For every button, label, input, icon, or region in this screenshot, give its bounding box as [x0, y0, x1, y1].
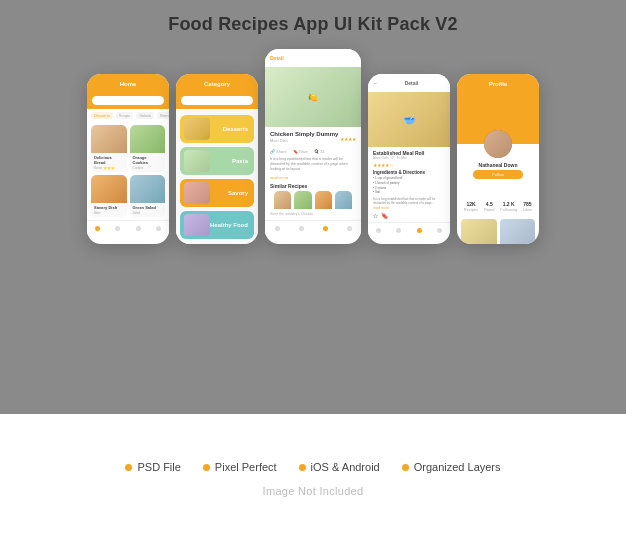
- food-img-4: [130, 175, 166, 203]
- phone-detail-bar: Detail: [265, 49, 361, 67]
- food-img-1: [91, 125, 127, 153]
- fd-hero-wrap: 🥣: [368, 92, 450, 147]
- cat-tab-desserts[interactable]: Desserts: [91, 112, 113, 119]
- fd-directions: It is a long established fact that a rea…: [373, 197, 445, 205]
- food-card-2[interactable]: Orange Cookies Cookies: [130, 125, 166, 172]
- read-more[interactable]: read more: [270, 175, 356, 180]
- feature-dot-pixel: [203, 464, 210, 471]
- cat-list: Desserts Pasta Savory Healthy Food: [176, 109, 258, 244]
- cat-healthy[interactable]: Healthy Food: [180, 211, 254, 239]
- fd-hero-icon: 🥣: [403, 114, 415, 125]
- detail-stars: ★★★★: [340, 136, 356, 142]
- detail-nav-detail[interactable]: [323, 226, 328, 231]
- cat-tab-salads[interactable]: Salads: [136, 112, 154, 119]
- similar-row: [270, 191, 356, 209]
- similar-label: Similar Recipes: [270, 183, 356, 189]
- fd-read-more[interactable]: read more: [373, 206, 445, 210]
- similar-2[interactable]: [294, 191, 311, 209]
- cat-pasta[interactable]: Pasta: [180, 147, 254, 175]
- cat-tab-soups[interactable]: Soups: [116, 112, 133, 119]
- food-label-2: Orange Cookies: [130, 153, 166, 166]
- detail-nav-profile[interactable]: [347, 226, 352, 231]
- food-sub-4: Salad: [130, 211, 166, 217]
- fd-nav-home[interactable]: [376, 228, 381, 233]
- similar-3[interactable]: [315, 191, 332, 209]
- nav-profile[interactable]: [156, 226, 161, 231]
- feature-dot-layers: [402, 464, 409, 471]
- food-img-3: [91, 175, 127, 203]
- profile-food-2[interactable]: [500, 219, 536, 244]
- cat-search-area: [176, 94, 258, 109]
- phone-home: Home Desserts Soups Salads Brands Delici…: [87, 74, 169, 244]
- profile-food-1[interactable]: [461, 219, 497, 244]
- fd-star-icon[interactable]: ☆: [373, 212, 378, 219]
- fd-nav-profile[interactable]: [437, 228, 442, 233]
- stat-rated: 4.5 Rated: [484, 201, 495, 212]
- detail-header: Chicken Simply Dummy Main Dish ★★★★: [270, 131, 356, 146]
- phone-fd-bar: ← Detail: [368, 74, 450, 92]
- phone-cat-tab: Category: [204, 81, 230, 87]
- profile-grid: [457, 216, 539, 244]
- feature-dot-ios: [299, 464, 306, 471]
- cat-thumb-dessert: [184, 118, 210, 140]
- home-search-area: [87, 94, 169, 109]
- bottom-section: PSD File Pixel Perfect iOS & Android Org…: [0, 414, 626, 544]
- food-label-4: Green Salad: [130, 203, 166, 211]
- detail-nav-cat[interactable]: [299, 226, 304, 231]
- nav-fav[interactable]: [136, 226, 141, 231]
- feature-label-ios: iOS & Android: [311, 461, 380, 473]
- cat-dessert[interactable]: Desserts: [180, 115, 254, 143]
- detail-title-group: Chicken Simply Dummy Main Dish: [270, 131, 338, 146]
- feature-label-psd: PSD File: [137, 461, 180, 473]
- phone-fd-nav: [368, 222, 450, 238]
- fd-nav-cat[interactable]: [396, 228, 401, 233]
- detail-nav-home[interactable]: [275, 226, 280, 231]
- phone-profile: Profile Nathaneal Down Follow 12K Recipe…: [457, 74, 539, 244]
- detail-author: Main Dish: [270, 138, 338, 143]
- phone-cat-bar: Category: [176, 74, 258, 94]
- page-title: Food Recipes App UI Kit Pack V2: [168, 14, 458, 35]
- fd-hero-img: 🥣: [368, 92, 450, 147]
- cat-savory[interactable]: Savory: [180, 179, 254, 207]
- food-card-1[interactable]: Delicious Bread Bread ⭐⭐⭐: [91, 125, 127, 172]
- stat-recipes-label: Recipes: [464, 207, 478, 212]
- fd-save-icon[interactable]: 🔖: [381, 212, 388, 219]
- fd-ingredients-list: • 1 cup of ground beef • 1 bunch of pars…: [373, 176, 445, 195]
- food-sub-2: Cookies: [130, 166, 166, 172]
- follow-button[interactable]: Follow: [473, 170, 523, 179]
- similar-4[interactable]: [335, 191, 352, 209]
- search-bar[interactable]: [92, 96, 164, 105]
- stat-recipes: 12K Recipes: [464, 201, 478, 212]
- feature-dot-psd: [125, 464, 132, 471]
- phone-profile-bar: Profile: [457, 74, 539, 94]
- cat-tab-brands[interactable]: Brands: [157, 112, 169, 119]
- action-like[interactable]: 🍳 23: [314, 149, 325, 154]
- main-container: Food Recipes App UI Kit Pack V2 Home Des…: [0, 0, 626, 544]
- cat-thumb-healthy: [184, 214, 210, 236]
- phone-home-bar: Home: [87, 74, 169, 94]
- cat-label-dessert: Desserts: [223, 126, 248, 132]
- stat-rated-label: Rated: [484, 207, 495, 212]
- food-sub-1: Bread ⭐⭐⭐: [91, 166, 127, 172]
- fd-nav-detail[interactable]: [417, 228, 422, 233]
- nav-home[interactable]: [95, 226, 100, 231]
- phone-category: Category Desserts Pasta: [176, 74, 258, 244]
- phone-home-tab: Home: [120, 81, 137, 87]
- cat-thumb-pasta: [184, 150, 210, 172]
- action-save[interactable]: 🔖 Save: [293, 149, 308, 154]
- category-tabs: Desserts Soups Salads Brands: [87, 109, 169, 122]
- similar-1[interactable]: [274, 191, 291, 209]
- fd-stars: ★★★★☆: [373, 162, 445, 168]
- stat-likes: 785 Likes: [523, 201, 532, 212]
- food-card-3[interactable]: Savory Dish Main: [91, 175, 127, 217]
- nav-search[interactable]: [115, 226, 120, 231]
- not-included-text: Image Not Included: [263, 485, 364, 497]
- phone-detail-nav: [265, 220, 361, 236]
- food-sub-3: Main: [91, 211, 127, 217]
- feature-ios: iOS & Android: [299, 461, 380, 473]
- cat-search-bar[interactable]: [181, 96, 253, 105]
- action-share[interactable]: 🔗 Share: [270, 149, 287, 154]
- food-card-4[interactable]: Green Salad Salad: [130, 175, 166, 217]
- feature-label-layers: Organized Layers: [414, 461, 501, 473]
- cat-label-savory: Savory: [228, 190, 248, 196]
